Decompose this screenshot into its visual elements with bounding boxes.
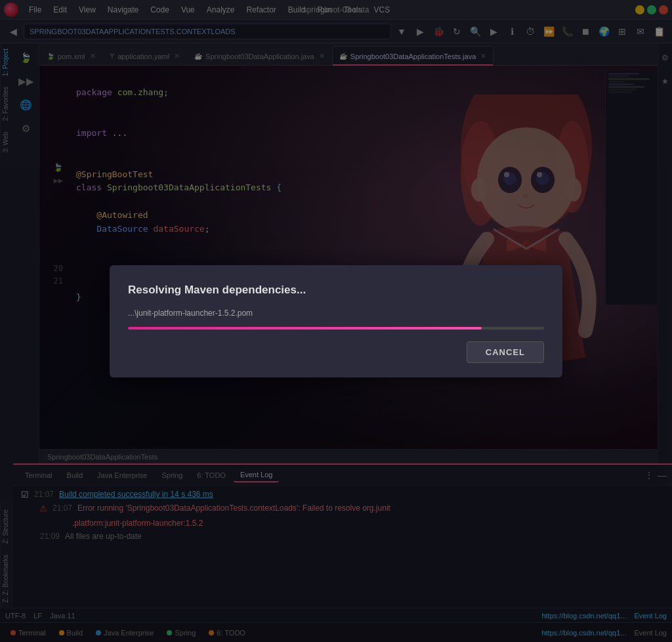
progress-bar-fill: [128, 327, 482, 330]
modal-overlay: Resolving Maven dependencies... ...\juni…: [0, 0, 672, 642]
modal-filepath: ...\junit-platform-launcher-1.5.2.pom: [128, 309, 544, 318]
modal-actions: CANCEL: [128, 341, 544, 363]
modal-dialog: Resolving Maven dependencies... ...\juni…: [110, 265, 562, 377]
progress-bar-background: [128, 327, 544, 330]
modal-title: Resolving Maven dependencies...: [128, 284, 544, 297]
cancel-button[interactable]: CANCEL: [467, 341, 544, 363]
